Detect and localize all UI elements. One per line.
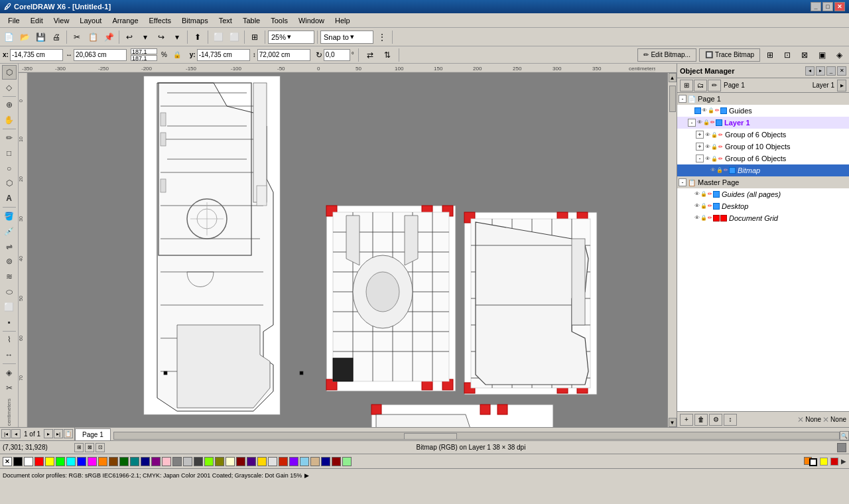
print-btn[interactable]: 🖨 bbox=[49, 30, 64, 44]
swatch-blue[interactable] bbox=[77, 457, 86, 466]
page-add-btn[interactable]: 📋 bbox=[64, 429, 73, 438]
swatch-navy[interactable] bbox=[141, 457, 150, 466]
profiles-expand[interactable]: ▶ bbox=[304, 472, 309, 479]
close-btn[interactable]: ✕ bbox=[834, 2, 845, 11]
w-input[interactable] bbox=[74, 49, 127, 61]
tree-group6b[interactable]: - 👁 🔒 ✏ Group of 6 Objects bbox=[677, 153, 849, 164]
cut-btn[interactable]: ✂ bbox=[70, 30, 84, 44]
pan-tool[interactable]: ✋ bbox=[2, 113, 17, 127]
group6-expand[interactable]: + bbox=[696, 131, 704, 139]
h-scroll-area[interactable]: 🔍 bbox=[113, 431, 849, 440]
swatch-cyan[interactable] bbox=[66, 457, 76, 466]
masterpage-expand[interactable]: - bbox=[679, 178, 686, 186]
yellow-color-box[interactable] bbox=[820, 458, 828, 466]
smart-fill-tool[interactable]: ◈ bbox=[2, 365, 17, 380]
snap-options-btn[interactable]: ⋮ bbox=[375, 30, 389, 44]
swatch-sky[interactable] bbox=[300, 457, 309, 466]
stroke-color-box[interactable] bbox=[809, 458, 817, 466]
minimize-btn[interactable]: _ bbox=[811, 2, 821, 11]
tree-desktop[interactable]: 👁 🔒 ✏ Desktop bbox=[677, 200, 849, 212]
redo-btn[interactable]: ↪ bbox=[154, 30, 168, 44]
tree-guidesall[interactable]: 👁 🔒 ✏ Guides (all pages) bbox=[677, 188, 849, 200]
zoom-dropdown[interactable]: 25% ▾ bbox=[268, 31, 314, 44]
redo-dropdown[interactable]: ▾ bbox=[170, 30, 184, 44]
swatch-orange[interactable] bbox=[98, 457, 107, 466]
page-first-btn[interactable]: |◂ bbox=[1, 429, 11, 438]
save-btn[interactable]: 💾 bbox=[33, 30, 48, 44]
envelope-tool[interactable]: ⬭ bbox=[2, 284, 17, 299]
eyedropper-tool[interactable]: 💉 bbox=[2, 224, 17, 239]
group6b-expand[interactable]: - bbox=[696, 155, 704, 162]
text-tool[interactable]: A bbox=[2, 191, 17, 206]
canvas-area[interactable]: ▲ ▼ bbox=[28, 73, 677, 427]
menu-file[interactable]: File bbox=[3, 15, 25, 26]
om-btn-objects[interactable]: 🗂 bbox=[694, 80, 707, 92]
x-input[interactable] bbox=[10, 49, 63, 61]
v-scrollbar[interactable]: ▲ ▼ bbox=[667, 73, 677, 427]
swatch-silver[interactable] bbox=[268, 457, 277, 466]
shadow-tool[interactable]: ▪ bbox=[2, 315, 17, 330]
swatch-dark-green[interactable] bbox=[119, 457, 129, 466]
rotation-input[interactable] bbox=[324, 49, 350, 61]
swatch-tan[interactable] bbox=[310, 457, 320, 466]
om-new-layer-btn[interactable]: + bbox=[680, 414, 693, 426]
y-input[interactable] bbox=[197, 49, 250, 61]
tree-layer1[interactable]: - 👁 🔒 ✏ Layer 1 bbox=[677, 117, 849, 129]
blend-tool[interactable]: ⇌ bbox=[2, 239, 17, 254]
freehand-tool[interactable]: ✏ bbox=[2, 131, 17, 145]
menu-help[interactable]: Help bbox=[330, 15, 356, 26]
om-del-btn[interactable]: 🗑 bbox=[694, 414, 708, 426]
swatch-olive[interactable] bbox=[215, 457, 224, 466]
tree-bitmap[interactable]: 👁 🔒 ✏ Bitmap bbox=[677, 164, 849, 176]
btn1[interactable]: ⊞ bbox=[763, 48, 777, 62]
title-controls[interactable]: _ □ ✕ bbox=[811, 2, 845, 11]
scroll-thumb[interactable] bbox=[669, 86, 676, 112]
node-tool[interactable]: ◇ bbox=[2, 80, 17, 95]
page-last-btn[interactable]: ▸| bbox=[54, 429, 63, 438]
open-btn[interactable]: 📂 bbox=[17, 30, 32, 44]
undo-dropdown[interactable]: ▾ bbox=[138, 30, 153, 44]
tree-page1[interactable]: - 📄 Page 1 bbox=[677, 93, 849, 105]
extrude-tool[interactable]: ⬜ bbox=[2, 300, 17, 314]
scroll-down-btn[interactable]: ▼ bbox=[669, 418, 677, 427]
connector-tool[interactable]: ⌇ bbox=[2, 332, 17, 347]
dimension-tool[interactable]: ↔ bbox=[2, 347, 17, 362]
menu-arrange[interactable]: Arrange bbox=[107, 15, 143, 26]
om-scroll-left[interactable]: ◂ bbox=[805, 66, 815, 76]
swatch-magenta[interactable] bbox=[88, 457, 97, 466]
swatch-indigo[interactable] bbox=[247, 457, 256, 466]
swatch-red1[interactable] bbox=[34, 457, 44, 466]
om-close[interactable]: ✕ bbox=[837, 66, 846, 76]
distort-tool[interactable]: ≋ bbox=[2, 269, 17, 284]
swatch-black[interactable] bbox=[13, 457, 23, 466]
btn5[interactable]: ◈ bbox=[832, 48, 846, 62]
rect-tool[interactable]: □ bbox=[2, 146, 17, 160]
om-minimize[interactable]: _ bbox=[826, 66, 836, 76]
trace-bitmap-btn[interactable]: 🔲 Trace Bitmap bbox=[699, 48, 760, 62]
tree-group6[interactable]: + 👁 🔒 ✏ Group of 6 Objects bbox=[677, 129, 849, 141]
align-left-btn[interactable]: ⬜ bbox=[211, 30, 226, 44]
h-input[interactable] bbox=[257, 49, 310, 61]
om-settings-btn[interactable]: ⚙ bbox=[709, 414, 722, 426]
snap-icon1[interactable]: ⊞ bbox=[74, 443, 84, 452]
btn2[interactable]: ⊡ bbox=[780, 48, 795, 62]
snap-icon3[interactable]: ⊡ bbox=[96, 443, 105, 452]
swatch-white[interactable] bbox=[24, 457, 33, 466]
maximize-btn[interactable]: □ bbox=[822, 2, 833, 11]
swatch-maroon[interactable] bbox=[236, 457, 245, 466]
swatch-dark-blue[interactable] bbox=[321, 457, 330, 466]
menu-effects[interactable]: Effects bbox=[144, 15, 176, 26]
page1-expand[interactable]: - bbox=[679, 95, 686, 103]
flip-h-btn[interactable]: ⇄ bbox=[363, 48, 377, 62]
view-btn[interactable]: ⊞ bbox=[247, 30, 262, 44]
menu-layout[interactable]: Layout bbox=[74, 15, 107, 26]
swatch-purple[interactable] bbox=[151, 457, 161, 466]
swatch-violet[interactable] bbox=[289, 457, 298, 466]
om-move-btn[interactable]: ↕ bbox=[724, 414, 737, 426]
swatch-dark-red[interactable] bbox=[332, 457, 341, 466]
swatch-gray1[interactable] bbox=[172, 457, 182, 466]
btn3[interactable]: ⊠ bbox=[797, 48, 812, 62]
swatch-brown[interactable] bbox=[109, 457, 118, 466]
om-expand-btn[interactable]: ▸ bbox=[837, 80, 846, 92]
menu-tools[interactable]: Tools bbox=[265, 15, 293, 26]
